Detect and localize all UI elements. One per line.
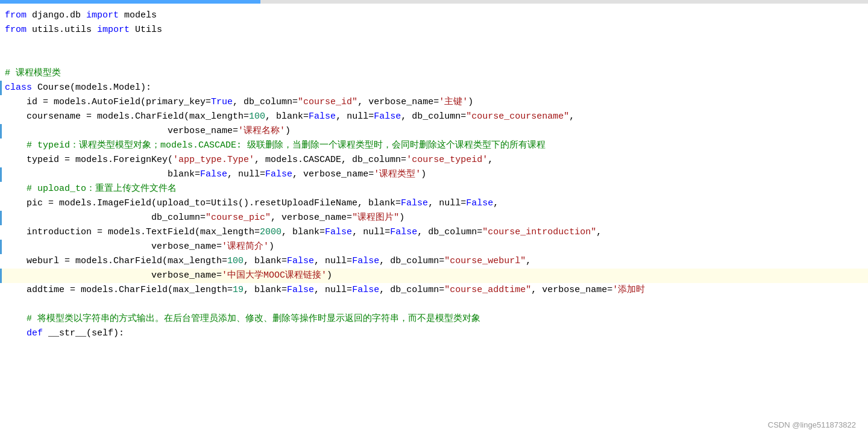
code-line-10: # typeid：课程类型模型对象；models.CASCADE: 级联删除，当…	[0, 139, 868, 153]
code-line-22: # 将模型类以字符串的方式输出。在后台管理员添加、修改、删除等操作时显示返回的字…	[0, 312, 868, 326]
code-line-21	[0, 297, 868, 312]
code-line-3	[0, 37, 868, 52]
code-line-8: coursename = models.CharField(max_length…	[0, 110, 868, 124]
code-line-5: # 课程模型类	[0, 66, 868, 81]
code-line-1: from django.db import models	[0, 8, 868, 23]
code-line-14: pic = models.ImageField(upload_to=Utils(…	[0, 196, 868, 211]
code-line-6: class Course(models.Model):	[0, 81, 868, 95]
code-line-23: def __str__(self):	[0, 326, 868, 341]
code-line-7: id = models.AutoField(primary_key=True, …	[0, 95, 868, 110]
code-line-11: typeid = models.ForeignKey('app_type.Typ…	[0, 153, 868, 167]
code-line-9: verbose_name='课程名称')	[0, 124, 868, 139]
code-line-4	[0, 52, 868, 66]
code-editor: from django.db import models from utils.…	[0, 0, 868, 439]
code-line-15: db_column="course_pic", verbose_name="课程…	[0, 211, 868, 225]
code-line-19: verbose_name='中国大学MOOC课程链接')	[0, 269, 868, 283]
code-line-18: weburl = models.CharField(max_length=100…	[0, 254, 868, 269]
code-content: from django.db import models from utils.…	[0, 4, 868, 346]
watermark: CSDN @linge511873822	[768, 419, 856, 432]
code-line-20: addtime = models.CharField(max_length=19…	[0, 283, 868, 297]
code-line-12: blank=False, null=False, verbose_name='课…	[0, 167, 868, 182]
code-line-16: introduction = models.TextField(max_leng…	[0, 225, 868, 240]
line-1-content: from django.db import models	[5, 8, 868, 23]
code-line-2: from utils.utils import Utils	[0, 23, 868, 37]
code-line-13: # upload_to：重置上传文件文件名	[0, 182, 868, 196]
line-2-content: from utils.utils import Utils	[5, 23, 868, 37]
code-line-17: verbose_name='课程简介')	[0, 240, 868, 254]
